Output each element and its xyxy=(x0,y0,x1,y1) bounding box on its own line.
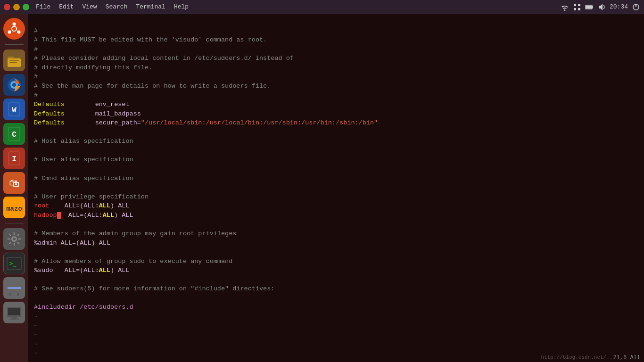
menu-help[interactable]: Help xyxy=(170,2,192,11)
sidebar-item-software-center[interactable]: 🛍 xyxy=(3,172,25,194)
sidebar: W C I 🛍 xyxy=(0,14,28,362)
clock-display: 20:34 xyxy=(610,3,628,10)
menubar-right: 20:34 xyxy=(561,3,640,11)
window-maximize-button[interactable] xyxy=(23,4,29,10)
svg-rect-2 xyxy=(574,8,576,10)
svg-marker-7 xyxy=(599,4,603,10)
sidebar-item-lo-calc[interactable]: C xyxy=(3,123,25,145)
menubar: File Edit View Search Terminal Help 20:3… xyxy=(0,0,644,14)
svg-text:I: I xyxy=(12,155,17,164)
code-content: # # This file MUST be edited with the 'v… xyxy=(34,17,638,362)
watermark: http://blog.csdn.net/... xyxy=(541,354,616,360)
svg-text:amazon: amazon xyxy=(6,205,23,213)
sidebar-item-scanner[interactable] xyxy=(3,277,25,299)
sidebar-item-firefox[interactable] xyxy=(3,74,25,96)
volume-icon[interactable] xyxy=(597,3,606,11)
sidebar-separator xyxy=(5,44,24,45)
svg-text:🛍: 🛍 xyxy=(9,178,19,190)
menu-edit[interactable]: Edit xyxy=(55,2,77,11)
svg-rect-5 xyxy=(592,6,593,8)
wifi-icon[interactable] xyxy=(561,3,569,11)
svg-rect-1 xyxy=(578,4,580,6)
window-close-button[interactable] xyxy=(4,4,10,10)
menubar-left: File Edit View Search Terminal Help xyxy=(4,2,192,11)
svg-text:C: C xyxy=(12,131,17,139)
power-icon[interactable] xyxy=(632,3,640,11)
svg-point-10 xyxy=(13,23,16,26)
svg-rect-21 xyxy=(9,62,17,63)
menu-search[interactable]: Search xyxy=(102,2,132,11)
svg-rect-48 xyxy=(11,317,17,319)
window-minimize-button[interactable] xyxy=(13,4,20,10)
editor-area[interactable]: # # This file MUST be edited with the 'v… xyxy=(28,14,644,362)
sidebar-item-lo-impress[interactable]: I xyxy=(3,148,25,169)
sidebar-item-lo-writer[interactable]: W xyxy=(3,99,25,120)
svg-point-39 xyxy=(13,238,16,240)
sidebar-item-device-manager[interactable] xyxy=(3,302,25,323)
svg-rect-0 xyxy=(574,4,576,6)
svg-rect-20 xyxy=(9,60,19,61)
menu-file[interactable]: File xyxy=(32,2,54,11)
cursor-position: 21,6 All xyxy=(613,354,640,361)
svg-rect-3 xyxy=(578,8,580,10)
menu-terminal[interactable]: Terminal xyxy=(132,2,169,11)
svg-text:W: W xyxy=(12,106,17,115)
svg-rect-45 xyxy=(17,293,19,296)
svg-rect-49 xyxy=(9,319,19,320)
svg-line-15 xyxy=(10,31,11,31)
sidebar-item-settings[interactable] xyxy=(3,228,25,250)
svg-rect-43 xyxy=(8,287,21,289)
sidebar-item-terminal[interactable]: >_ xyxy=(3,253,25,274)
main-layout: W C I 🛍 xyxy=(0,14,644,362)
sidebar-item-amazon[interactable]: amazon xyxy=(3,197,25,218)
sidebar-item-ubuntu[interactable] xyxy=(3,18,25,40)
sidebar-separator-2 xyxy=(5,223,24,223)
svg-rect-6 xyxy=(586,6,592,8)
svg-line-16 xyxy=(17,31,18,31)
svg-rect-44 xyxy=(9,293,11,296)
sidebar-item-files[interactable] xyxy=(3,49,25,71)
menu-view[interactable]: View xyxy=(78,2,100,11)
svg-rect-47 xyxy=(8,308,20,315)
grid-icon[interactable] xyxy=(573,3,581,11)
battery-icon[interactable] xyxy=(585,3,594,11)
svg-text:>_: >_ xyxy=(9,260,17,267)
